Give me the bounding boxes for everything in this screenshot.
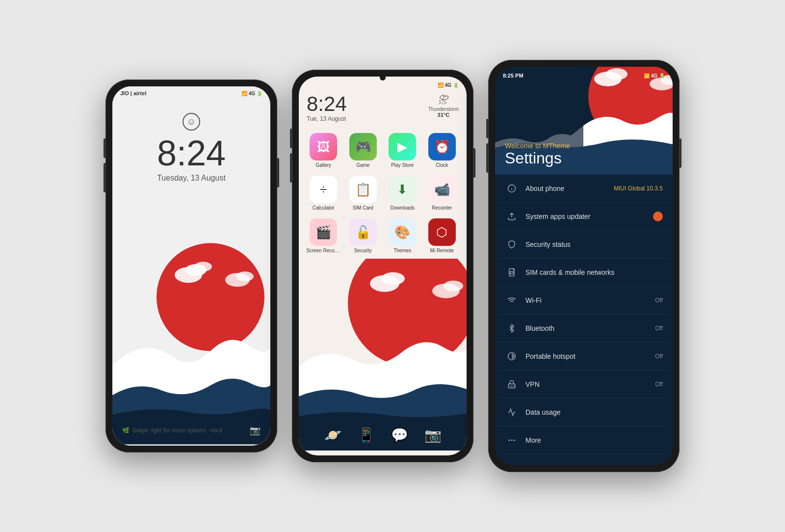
svg-text:VPN: VPN [510,385,515,388]
lock-clock-area: ☺ 8:24 Tuesday, 13 August [112,98,270,183]
svg-point-28 [508,440,510,441]
welcome-label: Welcome to MTheme [505,142,570,150]
app-label-downloads: Downloads [391,205,415,211]
app-label-screen-recorder: Screen Recorder [306,248,340,253]
svg-point-8 [348,259,467,367]
svg-point-1 [157,243,264,351]
svg-rect-24 [510,272,513,274]
settings-item-wi-fi[interactable]: Wi-FiOff [497,287,671,315]
weather-widget: ⛈ Thunderstorm 31°C [428,94,459,118]
face-unlock-icon[interactable]: ☺ [183,113,200,131]
status-icons: 📶 4G 🔋 [241,91,262,96]
app-label-mi-remote: Mi Remote [430,248,454,253]
punch-hole [380,75,386,80]
app-icon-gallery: 🖼 [310,133,337,160]
svg-point-10 [381,272,405,285]
lock-date: Tuesday, 13 August [157,174,226,183]
settings-icon-8 [505,405,519,419]
settings-signal: 📶 [644,73,650,79]
settings-item-security-status[interactable]: Security status [497,231,671,259]
settings-network: 4G [651,73,657,79]
home-status-icons: 📶 4G 🔋 [438,82,459,88]
settings-label-8: Data usage [525,408,663,416]
app-label-recorder: Recorder [432,205,452,211]
svg-point-12 [444,280,463,291]
app-item-downloads[interactable]: ⬇Downloads [384,173,421,213]
settings-value-7: Off [655,381,663,388]
settings-icon-4 [505,293,519,307]
app-dock: 🪐📱💬📷 [320,422,445,448]
app-item-security[interactable]: 🔓Security [344,215,382,256]
svg-point-6 [236,272,254,282]
svg-point-4 [194,262,212,272]
settings-icon-6 [505,349,519,363]
app-item-recorder[interactable]: 📹Recorder [423,173,461,213]
network-type: 4G [249,91,255,96]
app-item-sim-card[interactable]: 📋SIM Card [344,173,382,213]
dock-item-chat[interactable]: 💬 [387,422,412,448]
settings-hero: Welcome to MTheme Settings [495,67,673,175]
dock-item-phone[interactable]: 📱 [353,422,379,448]
app-item-gallery[interactable]: 🖼Gallery [305,130,342,171]
dock-icon-camera: 📷 [420,422,445,448]
app-icon-downloads: ⬇ [389,176,416,203]
settings-label-3: SIM cards & mobile networks [525,268,663,276]
leaf-icon: 🌿 [122,427,130,434]
settings-label-6: Portable hotspot [525,352,655,360]
app-label-sim-card: SIM Card [353,205,373,211]
app-label-calculator: Calculator [313,205,335,211]
settings-badge-1 [653,212,663,221]
dock-item-planet[interactable]: 🪐 [320,422,345,448]
svg-point-9 [370,275,399,292]
svg-point-29 [511,440,513,441]
settings-item-bluetooth[interactable]: BluetoothOff [497,315,671,343]
home-header: 8:24 Tue, 13 August ⛈ Thunderstorm 31°C [299,90,467,126]
home-signal-icon: 📶 [438,82,444,88]
home-network: 4G [445,82,451,88]
phone3-settings: 8:25 PM 📶 4G 🔋 [488,60,680,472]
lock-bottom-bar: 🌿 Swipe right for more options >lock 📷 [112,425,270,436]
dock-item-camera[interactable]: 📷 [420,422,445,448]
settings-item-more[interactable]: More [497,426,671,454]
settings-icon-9 [505,433,519,447]
settings-icon-1 [505,210,519,223]
app-item-game[interactable]: 🎮Game [344,130,382,171]
dock-icon-chat: 💬 [387,422,412,448]
svg-point-11 [432,283,460,298]
swipe-label: Swipe right for more options [132,427,206,434]
phone1-lockscreen: JIO | airtel 📶 4G 🔋 ☺ 8:24 Tuesday, 13 A… [105,80,277,452]
settings-battery: 🔋 [659,73,665,79]
settings-item-portable-hotspot[interactable]: Portable hotspotOff [497,343,671,371]
home-clock-area: 8:24 Tue, 13 August [307,94,347,122]
app-item-clock[interactable]: ⏰Clock [423,130,461,171]
settings-label-1: System apps updater [525,213,653,220]
app-item-play-store[interactable]: ▶Play Store [384,130,421,171]
app-item-calculator[interactable]: ÷Calculator [305,173,342,213]
settings-icon-5 [505,321,519,335]
app-icon-themes: 🎨 [389,218,416,246]
app-item-themes[interactable]: 🎨Themes [384,215,421,256]
settings-item-about-phone[interactable]: About phoneMIUI Global 10.3.5 [497,175,671,203]
home-time: 8:24 [307,94,347,114]
app-item-screen-recorder[interactable]: 🎬Screen Recorder [305,215,342,256]
weather-icon: ⛈ [438,94,449,106]
battery-icon: 🔋 [257,91,262,96]
home-date: Tue, 13 August [307,115,347,122]
svg-point-30 [514,440,515,441]
app-label-security: Security [354,248,372,253]
settings-item-system-apps-updater[interactable]: System apps updater [497,203,671,231]
settings-label-9: More [525,436,663,444]
settings-icon-0 [505,182,519,195]
app-icon-game: 🎮 [349,133,377,160]
app-icon-sim-card: 📋 [349,176,377,203]
settings-label-4: Wi-Fi [525,296,655,304]
settings-item-data-usage[interactable]: Data usage [497,399,671,426]
phone2-homescreen: 📶 4G 🔋 8:24 Tue, 13 August ⛈ Thunderstor… [292,70,473,462]
settings-item-vpn[interactable]: VPNVPNOff [497,371,671,399]
app-item-mi-remote[interactable]: ⬡Mi Remote [423,215,461,256]
settings-item-sim-cards--mobile-networks[interactable]: SIM cards & mobile networks [497,259,671,287]
app-icon-screen-recorder: 🎬 [310,218,337,246]
camera-shortcut-icon[interactable]: 📷 [250,425,261,436]
dock-icon-planet: 🪐 [320,422,345,448]
settings-value-6: Off [655,353,663,360]
